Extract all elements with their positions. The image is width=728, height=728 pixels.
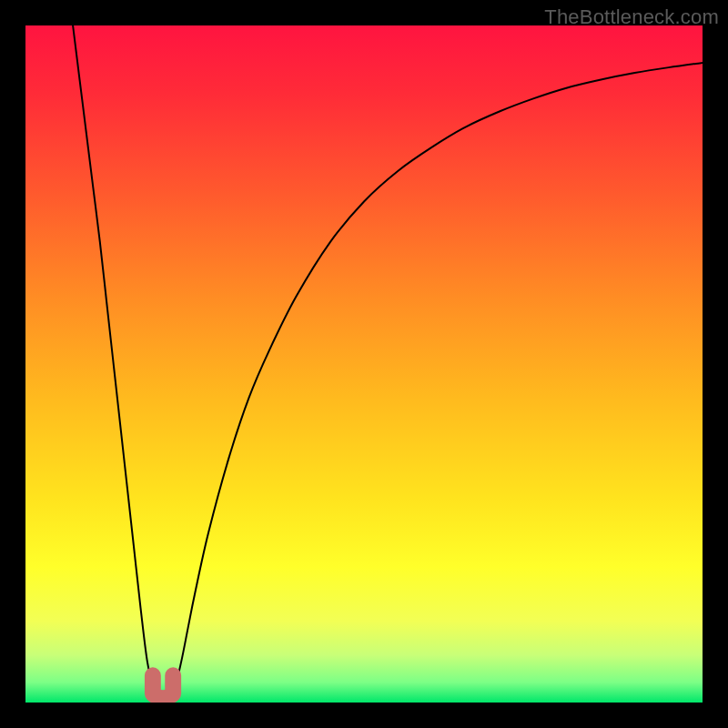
outer-frame: TheBottleneck.com — [0, 0, 728, 728]
chart-svg — [25, 25, 703, 703]
plot-area — [25, 25, 703, 703]
gradient-background — [25, 25, 703, 703]
watermark-text: TheBottleneck.com — [544, 5, 719, 29]
